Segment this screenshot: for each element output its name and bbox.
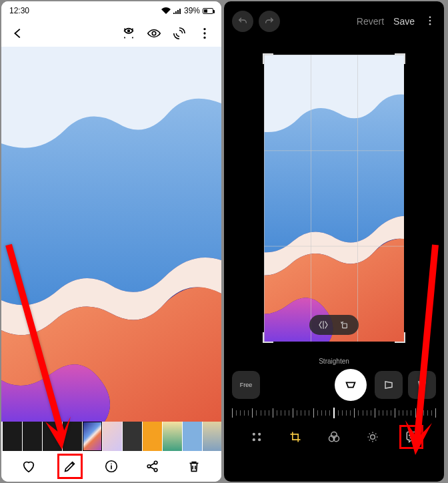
favorite-button[interactable]: [16, 454, 41, 479]
svg-point-16: [258, 433, 261, 436]
delete-button[interactable]: [181, 454, 207, 479]
more-options-button[interactable]: [197, 26, 212, 41]
battery-icon: [203, 8, 213, 14]
wallpaper-art: [1, 47, 221, 422]
photo-editor-screen: Revert Save: [224, 1, 444, 482]
svg-point-15: [253, 433, 255, 436]
back-button[interactable]: [11, 26, 25, 41]
editor-mode-bar: [224, 421, 444, 453]
status-bar: 12:30 39%: [1, 1, 221, 20]
gallery-top-bar: [1, 20, 221, 47]
svg-point-10: [429, 16, 431, 18]
thumbnail[interactable]: [23, 422, 42, 451]
thumbnail[interactable]: [63, 422, 82, 451]
thumbnail[interactable]: [3, 422, 22, 451]
thumbnail[interactable]: [183, 422, 202, 451]
save-button[interactable]: Save: [393, 16, 415, 27]
rotate-button[interactable]: [339, 319, 351, 331]
editor-canvas[interactable]: [224, 41, 444, 355]
svg-point-0: [128, 30, 130, 32]
svg-point-2: [203, 28, 205, 30]
status-time: 12:30: [9, 6, 29, 15]
edited-image: [264, 55, 404, 342]
crop-mode-button[interactable]: [283, 425, 307, 449]
svg-point-3: [203, 32, 205, 34]
edit-button[interactable]: [57, 454, 83, 479]
filters-mode-button[interactable]: [322, 425, 346, 449]
svg-point-4: [203, 37, 205, 39]
thumbnail[interactable]: [123, 422, 142, 451]
skew-horizontal-button[interactable]: [375, 371, 403, 399]
svg-point-24: [413, 435, 414, 436]
more-options-button[interactable]: [424, 15, 436, 29]
thumbnail[interactable]: [163, 422, 182, 451]
adjust-mode-button[interactable]: [361, 425, 385, 449]
svg-rect-14: [343, 324, 347, 328]
decorate-mode-button[interactable]: [399, 425, 423, 449]
crop-handle-tr[interactable]: [395, 53, 405, 64]
photo-view[interactable]: [1, 47, 221, 422]
crop-handle-tl[interactable]: [263, 53, 273, 64]
remaster-icon[interactable]: [172, 26, 187, 41]
svg-point-11: [429, 19, 431, 21]
editor-top-bar: Revert Save: [224, 1, 444, 41]
bixby-vision-icon[interactable]: [121, 26, 136, 41]
stickers-mode-button[interactable]: [245, 425, 269, 449]
crop-frame[interactable]: [264, 55, 404, 342]
wifi-icon: [161, 7, 171, 14]
transform-primary-button[interactable]: [335, 369, 367, 401]
flip-horizontal-button[interactable]: [317, 319, 329, 331]
thumbnail[interactable]: [203, 422, 221, 451]
thumbnail-strip[interactable]: [1, 422, 221, 451]
straighten-label: Straighten: [224, 358, 444, 365]
straighten-ruler[interactable]: [232, 405, 436, 421]
gallery-viewer-screen: 12:30 39%: [1, 1, 221, 482]
share-button[interactable]: [140, 454, 165, 479]
redo-button[interactable]: [259, 11, 280, 32]
svg-point-23: [409, 435, 411, 436]
info-button[interactable]: [99, 454, 124, 479]
thumbnail[interactable]: [43, 422, 62, 451]
signal-icon: [173, 7, 181, 14]
svg-point-17: [253, 438, 255, 441]
svg-point-1: [152, 31, 156, 35]
crop-handle-bl[interactable]: [263, 332, 273, 343]
revert-button[interactable]: Revert: [357, 16, 384, 27]
thumbnail[interactable]: [143, 422, 162, 451]
flip-controls: [309, 315, 359, 335]
transform-controls: Free: [224, 365, 444, 405]
gallery-bottom-bar: [1, 451, 221, 482]
svg-point-18: [258, 438, 261, 441]
undo-button[interactable]: [232, 11, 253, 32]
status-icons: 39%: [161, 6, 213, 15]
thumbnail[interactable]: [103, 422, 122, 451]
thumbnail-active[interactable]: [83, 422, 102, 451]
svg-point-12: [429, 23, 431, 25]
aspect-ratio-button[interactable]: Free: [232, 371, 260, 399]
skew-vertical-button[interactable]: [408, 371, 436, 399]
crop-handle-br[interactable]: [395, 332, 405, 343]
battery-percent: 39%: [184, 6, 200, 15]
preview-icon[interactable]: [147, 26, 161, 41]
svg-point-22: [371, 435, 375, 440]
